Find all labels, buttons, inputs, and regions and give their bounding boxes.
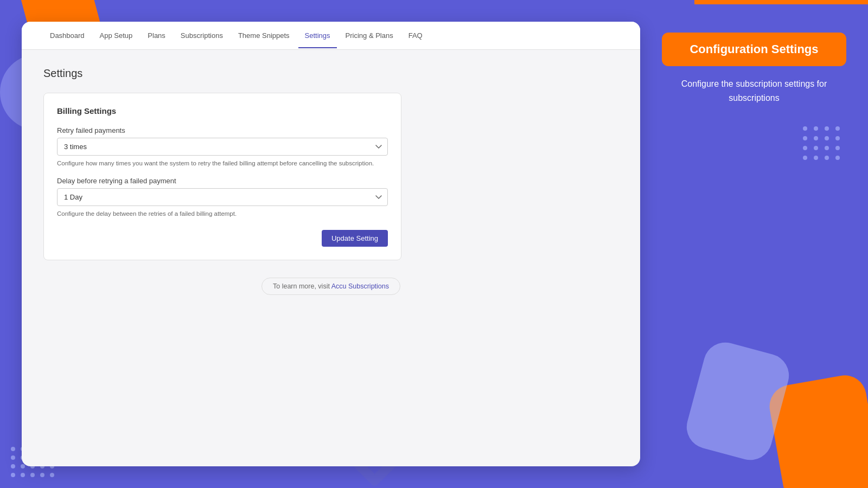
delay-hint: Configure the delay between the retries … [57, 209, 388, 219]
content-area: Settings Billing Settings Retry failed p… [22, 50, 640, 312]
accu-subscriptions-link[interactable]: Accu Subscriptions [331, 282, 389, 290]
nav-item-dashboard[interactable]: Dashboard [43, 24, 91, 48]
nav-item-app-setup[interactable]: App Setup [93, 24, 139, 48]
right-panel: Configuration Settings Configure the sub… [662, 22, 846, 160]
billing-settings-card: Billing Settings Retry failed payments 1… [43, 93, 401, 260]
nav-item-faq[interactable]: FAQ [402, 24, 429, 48]
page-title: Settings [43, 67, 618, 80]
retry-label: Retry failed payments [57, 126, 388, 134]
footer-link-box: To learn more, visit Accu Subscriptions [261, 278, 400, 295]
retry-select[interactable]: 1 time 2 times 3 times 4 times 5 times [57, 138, 388, 156]
config-badge: Configuration Settings [662, 33, 846, 66]
delay-group: Delay before retrying a failed payment 1… [57, 177, 388, 219]
nav-item-subscriptions[interactable]: Subscriptions [174, 24, 229, 48]
footer-link-area: To learn more, visit Accu Subscriptions [43, 278, 618, 295]
nav-item-plans[interactable]: Plans [141, 24, 172, 48]
footer-text: To learn more, visit [273, 282, 331, 290]
delay-select[interactable]: 1 Day 2 Days 3 Days 5 Days 7 Days [57, 188, 388, 206]
retry-hint: Configure how many times you want the sy… [57, 159, 388, 168]
card-title: Billing Settings [57, 106, 388, 115]
retry-payments-group: Retry failed payments 1 time 2 times 3 t… [57, 126, 388, 168]
dots-decoration [803, 126, 841, 160]
update-setting-button[interactable]: Update Setting [322, 230, 388, 247]
nav-item-settings[interactable]: Settings [298, 24, 337, 48]
nav-item-pricing-plans[interactable]: Pricing & Plans [339, 24, 400, 48]
config-description: Configure the subscription settings for … [662, 77, 846, 105]
card-footer: Update Setting [57, 230, 388, 247]
nav-bar: Dashboard App Setup Plans Subscriptions … [22, 22, 640, 50]
nav-item-theme-snippets[interactable]: Theme Snippets [232, 24, 296, 48]
delay-label: Delay before retrying a failed payment [57, 177, 388, 185]
app-frame: Dashboard App Setup Plans Subscriptions … [22, 22, 640, 466]
